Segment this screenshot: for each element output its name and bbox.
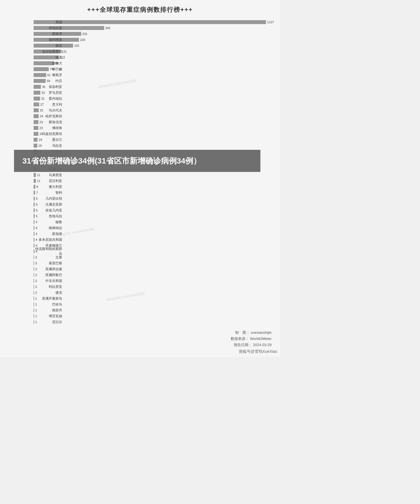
footer-info: 制 图： xuexiaoshijie 数据来源： WorldOMeter 报告日… <box>3 330 277 347</box>
overlay-text: 31省份新增确诊34例(31省区市新增确诊病例34例） <box>22 157 201 165</box>
bar-value: 231 <box>82 32 87 36</box>
bar-row: 乌拉圭18 <box>34 143 277 148</box>
bar-label: 南苏丹 <box>34 308 64 313</box>
bar-label: 秘鲁 <box>34 220 64 225</box>
bar-row: 吉尔吉斯斯坦131 <box>34 49 277 54</box>
bar-row: 利比里亚2 <box>34 284 277 289</box>
bar-label: 赤道几内亚 <box>34 208 64 213</box>
creator-line: 制 图： xuexiaoshijie <box>3 330 272 335</box>
date-line: 报告日期： 2024-03-29 <box>3 342 272 347</box>
bar-label: 利比里亚 <box>34 284 64 289</box>
bar-label: 法属圭亚那 <box>34 202 64 207</box>
bar-row: 格林纳达4 <box>34 225 277 230</box>
bar-row: 意大利27 <box>34 102 277 107</box>
bar-label: 乌拉圭 <box>34 143 64 148</box>
bar-label: 马尔代夫 <box>34 108 64 113</box>
bar-row: 捷克2 <box>34 290 277 295</box>
bar-row: 法属圭亚那6 <box>34 202 277 207</box>
bar-row: 马尔代夫25 <box>34 108 277 113</box>
bar-row: 加拿大99 <box>34 61 277 66</box>
bar-row: 多米尼加共和国4 <box>34 237 277 242</box>
bar-row: 哈萨克斯坦24 <box>34 114 277 119</box>
overlay-banner: 31省份新增确诊34例(31省区市新增确诊病例34例） <box>14 150 260 172</box>
bar-value: 342 <box>105 26 110 30</box>
bar-label: 罗马尼亚 <box>34 90 64 95</box>
bar-label: 约旦 <box>34 79 64 83</box>
bar-label: 博茨瓦纳 <box>34 314 64 319</box>
bar-label: 意大利 <box>34 102 64 107</box>
chart-title: +++全球现存重症病例数排行榜+++ <box>3 6 277 14</box>
bar-label: 南非 <box>34 43 64 48</box>
bar-value: 192 <box>74 44 79 47</box>
bar-label: 佛得角 <box>34 126 64 130</box>
bar-row: 博茨瓦纳1 <box>34 314 277 319</box>
bar-row: 委内瑞拉31 <box>34 96 277 101</box>
bar-label: 危地马拉 <box>34 214 64 219</box>
bar-label: 加拿大 <box>34 61 64 66</box>
bar-label: 澳大利亚 <box>34 185 64 189</box>
date-value: 2024-03-29 <box>253 343 272 347</box>
bar-row: 南非192 <box>34 43 277 48</box>
bar-label: 捷克 <box>34 290 64 295</box>
bar-label: 美国 <box>34 20 64 25</box>
bar-row: 几内亚比绍6 <box>34 196 277 201</box>
bar-row: 丹麦格陵兰4 <box>34 243 277 248</box>
bar-label: 格林纳达 <box>34 226 64 230</box>
bar-row: 文莱3 <box>34 255 277 260</box>
source-label: 数据来源： <box>231 337 249 341</box>
bar-label: 巴哈马 <box>34 302 64 307</box>
bar-label: 委内瑞拉 <box>34 96 64 101</box>
bar-label: 吉尔吉斯斯坦 <box>34 49 64 54</box>
chart-container: 美国1127哥伦比亚342西班牙231玻利维亚220南非192吉尔吉斯斯坦131… <box>3 20 277 325</box>
bar-label: 玻利维亚 <box>34 38 64 42</box>
bar-label: 基里巴斯 <box>34 261 64 266</box>
bar-label: 智利 <box>34 190 64 195</box>
bar-label: 乌兹别克斯坦 <box>34 132 64 136</box>
bar-label: 尼日利亚 <box>34 179 64 183</box>
creator-label: 制 图： <box>235 330 250 335</box>
bar-value: 220 <box>80 38 85 41</box>
bar-row: 智利7 <box>34 190 277 195</box>
bar-row: 荷属库拉索3 <box>34 267 277 272</box>
bar-label: 荷属库拉索 <box>34 267 64 272</box>
bar-label: 尼日尔 <box>34 320 64 325</box>
bar-label: 保加利亚 <box>34 85 64 89</box>
bar-row: 葡萄牙61 <box>34 73 277 78</box>
bar-label: 文莱 <box>34 255 64 260</box>
sohu-logo: 搜狐号@雪鸮XueXiao <box>239 349 277 354</box>
bar-row: 西班牙231 <box>34 31 277 36</box>
bar-fill <box>34 20 266 24</box>
bar-row: 埃及122 <box>34 55 277 60</box>
bar-label: 斯洛伐克 <box>34 120 64 125</box>
bar-row: 危地马拉5 <box>34 214 277 219</box>
page: +++全球现存重症病例数排行榜+++ 美国1127哥伦比亚342西班牙231玻利… <box>0 0 280 357</box>
bar-label: 葡萄牙 <box>34 73 64 78</box>
bar-row: 黎巴嫩74 <box>34 67 277 72</box>
bar-row: 乌兹别克斯坦23 <box>34 131 277 136</box>
source-line: 数据来源： WorldOMeter <box>3 336 272 341</box>
bar-label: 几内亚比绍 <box>34 196 64 201</box>
bar-label: 埃及 <box>34 55 64 60</box>
bar-label: 黎巴嫩 <box>34 67 64 72</box>
bar-label: 英属开曼群岛 <box>34 296 64 301</box>
bar-row: 罗马尼亚33 <box>34 90 277 95</box>
bar-row: 爱尔兰19 <box>34 137 277 142</box>
bar-row: 特克斯和凯科斯群岛4 <box>34 249 277 254</box>
bar-label: 西班牙 <box>34 32 64 36</box>
bar-row: 澳大利亚8 <box>34 184 277 189</box>
bar-row: 巴哈马1 <box>34 302 277 307</box>
date-label: 报告日期： <box>234 343 252 347</box>
bar-label: 马来西亚 <box>34 173 64 178</box>
bar-row: 斯洛伐克23 <box>34 120 277 125</box>
bar-row: 玻利维亚220 <box>34 37 277 42</box>
bar-row: 基里巴斯3 <box>34 261 277 266</box>
bar-row: 英属开曼群岛1 <box>34 296 277 301</box>
bar-row: 秘鲁4 <box>34 220 277 225</box>
bar-label: 哥伦比亚 <box>34 26 64 31</box>
bar-label: 爱尔兰 <box>34 137 64 142</box>
bar-label: 荷属阿鲁巴 <box>34 273 64 277</box>
bar-row: 马来西亚11 <box>34 172 277 178</box>
bar-row: 尼日尔1 <box>34 319 277 325</box>
bar-row: 哥伦比亚342 <box>34 25 277 31</box>
bar-row: 佛得角23 <box>34 125 277 130</box>
